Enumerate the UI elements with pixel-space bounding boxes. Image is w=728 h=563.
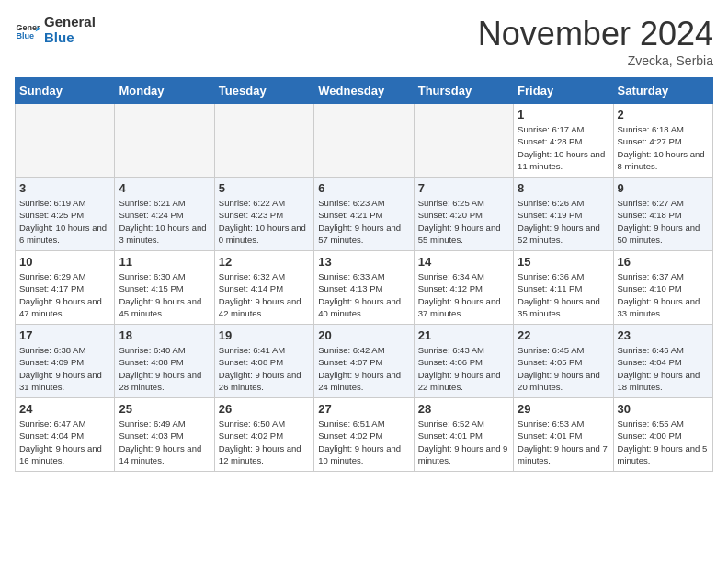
day-info: Sunrise: 6:27 AM Sunset: 4:18 PM Dayligh… xyxy=(618,197,709,246)
day-number: 7 xyxy=(418,181,509,195)
calendar-cell: 4Sunrise: 6:21 AM Sunset: 4:24 PM Daylig… xyxy=(115,178,214,251)
calendar-cell: 13Sunrise: 6:33 AM Sunset: 4:13 PM Dayli… xyxy=(314,251,414,325)
calendar-cell: 27Sunrise: 6:51 AM Sunset: 4:02 PM Dayli… xyxy=(314,398,414,472)
day-info: Sunrise: 6:38 AM Sunset: 4:09 PM Dayligh… xyxy=(19,344,110,393)
calendar-cell: 17Sunrise: 6:38 AM Sunset: 4:09 PM Dayli… xyxy=(16,325,115,398)
calendar-cell: 30Sunrise: 6:55 AM Sunset: 4:00 PM Dayli… xyxy=(613,398,712,472)
calendar-cell: 25Sunrise: 6:49 AM Sunset: 4:03 PM Dayli… xyxy=(115,398,214,472)
calendar-cell xyxy=(314,104,414,178)
calendar-cell: 9Sunrise: 6:27 AM Sunset: 4:18 PM Daylig… xyxy=(613,178,712,251)
calendar-cell: 5Sunrise: 6:22 AM Sunset: 4:23 PM Daylig… xyxy=(214,178,313,251)
logo: General Blue General Blue xyxy=(15,15,96,45)
day-number: 29 xyxy=(518,402,609,416)
day-number: 2 xyxy=(618,108,709,121)
calendar-cell: 16Sunrise: 6:37 AM Sunset: 4:10 PM Dayli… xyxy=(613,251,712,325)
day-info: Sunrise: 6:47 AM Sunset: 4:04 PM Dayligh… xyxy=(19,418,110,466)
day-number: 6 xyxy=(318,181,409,195)
day-number: 27 xyxy=(318,402,409,416)
day-info: Sunrise: 6:23 AM Sunset: 4:21 PM Dayligh… xyxy=(318,197,409,246)
day-number: 22 xyxy=(518,328,609,342)
day-number: 30 xyxy=(618,402,709,416)
calendar-cell: 10Sunrise: 6:29 AM Sunset: 4:17 PM Dayli… xyxy=(16,251,115,325)
day-number: 1 xyxy=(518,108,609,121)
calendar-cell: 22Sunrise: 6:45 AM Sunset: 4:05 PM Dayli… xyxy=(514,325,613,398)
day-number: 25 xyxy=(119,402,210,416)
day-number: 19 xyxy=(219,328,310,342)
day-number: 26 xyxy=(219,402,310,416)
calendar-cell: 14Sunrise: 6:34 AM Sunset: 4:12 PM Dayli… xyxy=(414,251,513,325)
day-info: Sunrise: 6:32 AM Sunset: 4:14 PM Dayligh… xyxy=(219,270,310,319)
day-info: Sunrise: 6:26 AM Sunset: 4:19 PM Dayligh… xyxy=(518,197,609,246)
weekday-header: Monday xyxy=(115,78,214,104)
day-info: Sunrise: 6:42 AM Sunset: 4:07 PM Dayligh… xyxy=(318,344,409,393)
calendar-cell: 26Sunrise: 6:50 AM Sunset: 4:02 PM Dayli… xyxy=(214,398,313,472)
day-number: 20 xyxy=(318,328,409,342)
day-info: Sunrise: 6:43 AM Sunset: 4:06 PM Dayligh… xyxy=(418,344,509,393)
day-info: Sunrise: 6:33 AM Sunset: 4:13 PM Dayligh… xyxy=(318,270,409,319)
day-info: Sunrise: 6:45 AM Sunset: 4:05 PM Dayligh… xyxy=(518,344,609,393)
day-info: Sunrise: 6:19 AM Sunset: 4:25 PM Dayligh… xyxy=(19,197,110,246)
calendar-cell: 7Sunrise: 6:25 AM Sunset: 4:20 PM Daylig… xyxy=(414,178,513,251)
day-info: Sunrise: 6:36 AM Sunset: 4:11 PM Dayligh… xyxy=(518,270,609,319)
calendar-cell xyxy=(214,104,313,178)
calendar-cell: 6Sunrise: 6:23 AM Sunset: 4:21 PM Daylig… xyxy=(314,178,414,251)
day-info: Sunrise: 6:41 AM Sunset: 4:08 PM Dayligh… xyxy=(219,344,310,393)
day-number: 18 xyxy=(119,328,210,342)
weekday-header: Sunday xyxy=(16,78,115,104)
calendar-cell: 11Sunrise: 6:30 AM Sunset: 4:15 PM Dayli… xyxy=(115,251,214,325)
calendar-week-row: 24Sunrise: 6:47 AM Sunset: 4:04 PM Dayli… xyxy=(16,398,713,472)
day-number: 13 xyxy=(318,255,409,269)
calendar-cell: 28Sunrise: 6:52 AM Sunset: 4:01 PM Dayli… xyxy=(414,398,513,472)
calendar-cell: 19Sunrise: 6:41 AM Sunset: 4:08 PM Dayli… xyxy=(214,325,313,398)
day-info: Sunrise: 6:51 AM Sunset: 4:02 PM Dayligh… xyxy=(318,418,409,466)
day-number: 24 xyxy=(19,402,110,416)
day-info: Sunrise: 6:37 AM Sunset: 4:10 PM Dayligh… xyxy=(618,270,709,319)
location-label: Zvecka, Serbia xyxy=(478,53,713,68)
day-number: 10 xyxy=(19,255,110,269)
day-number: 12 xyxy=(219,255,310,269)
day-number: 3 xyxy=(19,181,110,195)
day-info: Sunrise: 6:40 AM Sunset: 4:08 PM Dayligh… xyxy=(119,344,210,393)
calendar-cell: 20Sunrise: 6:42 AM Sunset: 4:07 PM Dayli… xyxy=(314,325,414,398)
calendar-cell: 1Sunrise: 6:17 AM Sunset: 4:28 PM Daylig… xyxy=(514,104,613,178)
logo-line2: Blue xyxy=(44,30,96,46)
calendar-week-row: 1Sunrise: 6:17 AM Sunset: 4:28 PM Daylig… xyxy=(16,104,713,178)
day-info: Sunrise: 6:22 AM Sunset: 4:23 PM Dayligh… xyxy=(219,197,310,246)
weekday-header: Tuesday xyxy=(214,78,313,104)
calendar-cell: 29Sunrise: 6:53 AM Sunset: 4:01 PM Dayli… xyxy=(514,398,613,472)
day-number: 5 xyxy=(219,181,310,195)
calendar-week-row: 10Sunrise: 6:29 AM Sunset: 4:17 PM Dayli… xyxy=(16,251,713,325)
calendar-cell: 15Sunrise: 6:36 AM Sunset: 4:11 PM Dayli… xyxy=(514,251,613,325)
day-number: 16 xyxy=(618,255,709,269)
logo-text-block: General Blue xyxy=(44,15,96,45)
calendar-week-row: 17Sunrise: 6:38 AM Sunset: 4:09 PM Dayli… xyxy=(16,325,713,398)
day-number: 21 xyxy=(418,328,509,342)
month-title: November 2024 xyxy=(478,15,713,53)
day-info: Sunrise: 6:46 AM Sunset: 4:04 PM Dayligh… xyxy=(618,344,709,393)
weekday-header: Wednesday xyxy=(314,78,414,104)
calendar-cell: 23Sunrise: 6:46 AM Sunset: 4:04 PM Dayli… xyxy=(613,325,712,398)
day-info: Sunrise: 6:29 AM Sunset: 4:17 PM Dayligh… xyxy=(19,270,110,319)
day-number: 28 xyxy=(418,402,509,416)
calendar-cell: 24Sunrise: 6:47 AM Sunset: 4:04 PM Dayli… xyxy=(16,398,115,472)
day-info: Sunrise: 6:53 AM Sunset: 4:01 PM Dayligh… xyxy=(518,418,609,466)
logo-line1: General xyxy=(44,15,96,30)
day-info: Sunrise: 6:17 AM Sunset: 4:28 PM Dayligh… xyxy=(518,123,609,172)
day-number: 8 xyxy=(518,181,609,195)
svg-text:Blue: Blue xyxy=(16,31,34,40)
day-number: 9 xyxy=(618,181,709,195)
day-number: 17 xyxy=(19,328,110,342)
calendar-table: SundayMondayTuesdayWednesdayThursdayFrid… xyxy=(15,77,713,472)
calendar-cell: 3Sunrise: 6:19 AM Sunset: 4:25 PM Daylig… xyxy=(16,178,115,251)
weekday-header-row: SundayMondayTuesdayWednesdayThursdayFrid… xyxy=(16,78,713,104)
day-info: Sunrise: 6:18 AM Sunset: 4:27 PM Dayligh… xyxy=(618,123,709,172)
weekday-header: Thursday xyxy=(414,78,513,104)
page-header: General Blue General Blue November 2024 … xyxy=(15,15,713,68)
calendar-cell: 21Sunrise: 6:43 AM Sunset: 4:06 PM Dayli… xyxy=(414,325,513,398)
day-info: Sunrise: 6:50 AM Sunset: 4:02 PM Dayligh… xyxy=(219,418,310,466)
day-number: 15 xyxy=(518,255,609,269)
day-info: Sunrise: 6:52 AM Sunset: 4:01 PM Dayligh… xyxy=(418,418,509,466)
logo-icon: General Blue xyxy=(15,17,40,43)
day-number: 14 xyxy=(418,255,509,269)
weekday-header: Friday xyxy=(514,78,613,104)
